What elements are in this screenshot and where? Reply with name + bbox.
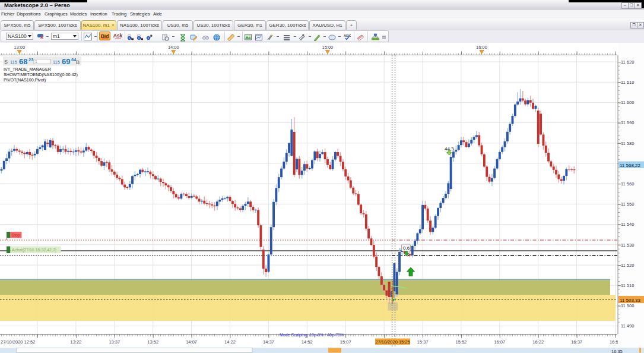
svg-text:11 568,22: 11 568,22 bbox=[620, 163, 641, 168]
svg-text:68: 68 bbox=[19, 57, 27, 66]
svg-text:14:37: 14:37 bbox=[263, 339, 274, 345]
svg-text:16:22: 16:22 bbox=[532, 339, 544, 345]
svg-text:14:00: 14:00 bbox=[168, 45, 179, 50]
svg-text:16:35: 16:35 bbox=[611, 349, 623, 353]
svg-text:15:00: 15:00 bbox=[322, 45, 334, 50]
svg-text:11 500: 11 500 bbox=[621, 303, 634, 308]
svg-text:1: 1 bbox=[35, 59, 37, 64]
svg-text:27/10/2020 12:52: 27/10/2020 12:52 bbox=[1, 339, 35, 345]
svg-text:13:37: 13:37 bbox=[109, 339, 120, 345]
svg-text:13:52: 13:52 bbox=[147, 339, 158, 345]
svg-text:115: 115 bbox=[10, 59, 17, 65]
svg-text:14:52: 14:52 bbox=[302, 339, 313, 345]
svg-text:S: S bbox=[4, 59, 8, 65]
svg-text:11 600: 11 600 bbox=[621, 100, 634, 105]
svg-text:SHOWTIMETOEND(NAS100)(0:00:42): SHOWTIMETOEND(NAS100)(0:00:42) bbox=[4, 72, 78, 77]
svg-text:Achat(27/10 15:32,42,7): Achat(27/10 15:32,42,7) bbox=[12, 248, 56, 253]
svg-text:11 530: 11 530 bbox=[621, 242, 634, 248]
svg-text:ABC: ABC bbox=[344, 34, 351, 37]
svg-text:B: B bbox=[76, 59, 80, 65]
svg-text:14:07: 14:07 bbox=[186, 339, 197, 345]
svg-text:23: 23 bbox=[28, 57, 33, 62]
svg-text:13:00: 13:00 bbox=[14, 45, 25, 50]
svg-text:13:22: 13:22 bbox=[71, 339, 82, 345]
svg-text:16:00: 16:00 bbox=[476, 45, 487, 50]
svg-text:11 620: 11 620 bbox=[621, 59, 634, 65]
svg-text:15:07: 15:07 bbox=[340, 339, 351, 345]
svg-text:11 580: 11 580 bbox=[621, 141, 634, 146]
svg-text:11 560: 11 560 bbox=[621, 181, 634, 187]
svg-text:115: 115 bbox=[53, 59, 60, 65]
svg-text:11 510: 11 510 bbox=[621, 283, 634, 288]
svg-text:11 590: 11 590 bbox=[621, 120, 634, 125]
svg-text:Mode Scalping: 10p-0% / 40p-70: Mode Scalping: 10p-0% / 40p-70% bbox=[280, 333, 344, 338]
svg-text:27/10/2020 15:25: 27/10/2020 15:25 bbox=[375, 339, 410, 345]
svg-text:IVT_TRADE_MANAGER: IVT_TRADE_MANAGER bbox=[4, 67, 51, 72]
svg-text:Stop: Stop bbox=[12, 233, 21, 238]
svg-text:69: 69 bbox=[62, 57, 70, 66]
svg-text:11 610: 11 610 bbox=[621, 80, 634, 85]
svg-text:11 490: 11 490 bbox=[621, 323, 634, 329]
svg-text:PIVOT(NAS100,Pivot): PIVOT(NAS100,Pivot) bbox=[4, 77, 46, 83]
svg-text:16:07: 16:07 bbox=[494, 339, 505, 345]
svg-text:15:52: 15:52 bbox=[456, 339, 467, 345]
svg-text:11 540: 11 540 bbox=[621, 222, 634, 227]
svg-text:11 503,33: 11 503,33 bbox=[620, 298, 641, 303]
svg-text:14:22: 14:22 bbox=[224, 339, 236, 345]
svg-text:16:37: 16:37 bbox=[571, 339, 582, 345]
svg-text:15:37: 15:37 bbox=[417, 339, 429, 345]
svg-text:0,6: 0,6 bbox=[403, 245, 410, 251]
svg-text:11 520: 11 520 bbox=[621, 263, 634, 268]
svg-text:11 550: 11 550 bbox=[621, 201, 634, 207]
